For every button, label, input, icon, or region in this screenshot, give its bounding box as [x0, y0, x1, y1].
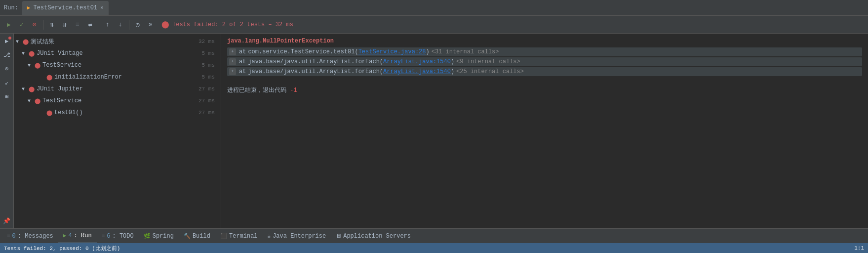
item-time-0: 32 ms — [198, 39, 217, 44]
bottom-tab-spring[interactable]: 🌿 Spring — [139, 229, 179, 244]
item-label-1: JUnit Vintage — [37, 50, 202, 57]
run-num: 4 — [68, 232, 72, 239]
error-icon-1: ⬤ — [29, 50, 35, 57]
internal-calls-2: <25 internal calls> — [456, 68, 524, 75]
sep3 — [129, 20, 129, 30]
tree-row-4[interactable]: ▼ ⬤ JUnit Jupiter 27 ms — [14, 83, 221, 95]
tree-row-5[interactable]: ▼ ⬤ TestService 27 ms — [14, 95, 221, 107]
sep2 — [99, 20, 99, 30]
internal-calls-0: <31 internal calls> — [432, 48, 499, 55]
side-play-icon[interactable]: ▶ — [1, 36, 12, 46]
item-label-4: JUnit Jupiter — [37, 85, 198, 92]
side-layout-icon[interactable]: ⊞ — [1, 91, 12, 102]
play-button[interactable]: ▶ — [3, 19, 15, 31]
bottom-tab-java-enterprise[interactable]: ☕ Java Enterprise — [263, 229, 331, 244]
bottom-tab-terminal[interactable]: ⬛ Terminal — [215, 229, 263, 244]
at-text-0: at — [239, 48, 246, 55]
stop-button[interactable]: ⊘ — [29, 19, 40, 31]
main-area: ▶ ⎇ ⊙ ↙ ⊞ 📌 ▼ ⬤ 测试结果 32 ms ▼ ⬤ JUnit Vin… — [0, 34, 868, 228]
messages-label: : Messages — [18, 233, 53, 240]
status-message: Tests failed: 2, passed: 0 (比划之前) — [4, 245, 120, 252]
arrow-4: ▼ — [22, 86, 28, 92]
item-label-3: initializationError — [54, 74, 202, 81]
more-button[interactable]: » — [145, 19, 157, 31]
sort1-button[interactable]: ⇅ — [46, 19, 58, 31]
bottom-tab-todo[interactable]: ≡ 6 : TODO — [97, 229, 139, 244]
sort2-button[interactable]: ⇵ — [59, 19, 71, 31]
down-button[interactable]: ↓ — [115, 19, 126, 31]
expand-btn-0[interactable]: + — [229, 48, 236, 55]
sort4-button[interactable]: ⇌ — [84, 19, 96, 31]
after-link-0: ) — [426, 48, 429, 55]
messages-num: 0 — [12, 233, 16, 240]
app-servers-label: Application Servers — [343, 233, 411, 240]
item-time-5: 27 ms — [198, 98, 217, 104]
messages-icon: ≡ — [7, 233, 10, 239]
link-text-0[interactable]: TestService.java:28 — [358, 48, 426, 55]
build-icon: 🔨 — [184, 233, 191, 239]
internal-calls-1: <9 internal calls> — [456, 58, 520, 65]
arrow-0: ▼ — [16, 39, 22, 44]
bottom-bar: ≡ 0 : Messages ▶ 4 : Run ≡ 6 : TODO 🌿 Sp… — [0, 228, 868, 243]
tree-row-1[interactable]: ▼ ⬤ JUnit Vintage 5 ms — [14, 47, 221, 59]
bottom-tab-messages[interactable]: ≡ 0 : Messages — [2, 229, 58, 244]
terminal-label: Terminal — [229, 233, 258, 240]
expand-btn-1[interactable]: + — [229, 58, 236, 65]
tree-row-6[interactable]: ⬤ test01() 27 ms — [14, 107, 221, 119]
run-label: Run: — [4, 4, 18, 11]
side-pin-icon[interactable]: 📌 — [1, 215, 12, 226]
process-exit-text: 进程已结束，退出代码 — [227, 87, 290, 94]
item-time-1: 5 ms — [202, 50, 217, 56]
check-button[interactable]: ✓ — [16, 19, 28, 31]
link-text-2[interactable]: ArrayList.java:1540 — [383, 68, 451, 75]
app-servers-icon: 🖥 — [336, 233, 341, 239]
arrow-2: ▼ — [28, 63, 34, 68]
item-time-3: 5 ms — [202, 74, 217, 80]
clock-button[interactable]: ◷ — [132, 19, 144, 31]
test-status-text: Tests failed: 2 of 2 tests – 32 ms — [172, 21, 293, 28]
bottom-tab-build[interactable]: 🔨 Build — [179, 229, 215, 244]
tab-label: TestService.test01 — [33, 4, 97, 11]
item-time-4: 27 ms — [198, 86, 217, 92]
error-icon-3: ⬤ — [46, 74, 52, 81]
process-exit: 进程已结束，退出代码 -1 — [227, 86, 862, 94]
tab-orange-icon: ▶ — [27, 4, 31, 11]
toolbar: ▶ ✓ ⊘ ⇅ ⇵ ≡ ⇌ ↑ ↓ ◷ » ⬤ Tests failed: 2 … — [0, 16, 868, 34]
bottom-tab-app-servers[interactable]: 🖥 Application Servers — [331, 229, 416, 244]
tree-row-0[interactable]: ▼ ⬤ 测试结果 32 ms — [14, 36, 221, 47]
run-tab[interactable]: ▶ TestService.test01 × — [22, 1, 109, 15]
after-link-2: ) — [451, 68, 454, 75]
item-time-6: 27 ms — [198, 110, 217, 116]
up-button[interactable]: ↑ — [102, 19, 114, 31]
side-icons-panel: ▶ ⎇ ⊙ ↙ ⊞ 📌 — [0, 34, 14, 228]
test-status: ⬤ Tests failed: 2 of 2 tests – 32 ms — [161, 20, 293, 29]
todo-num: 6 — [107, 233, 110, 240]
error-status-icon: ⬤ — [161, 20, 169, 29]
todo-icon: ≡ — [102, 233, 105, 239]
test-tree-panel: ▼ ⬤ 测试结果 32 ms ▼ ⬤ JUnit Vintage 5 ms ▼ … — [14, 34, 221, 228]
item-label-6: test01() — [54, 109, 198, 116]
sort3-button[interactable]: ≡ — [72, 19, 83, 31]
terminal-icon: ⬛ — [220, 233, 227, 239]
link-text-1[interactable]: ArrayList.java:1540 — [383, 58, 451, 65]
side-import-icon[interactable]: ↙ — [1, 77, 12, 88]
tree-row-2[interactable]: ▼ ⬤ TestService 5 ms — [14, 59, 221, 71]
java-enterprise-label: Java Enterprise — [273, 233, 326, 240]
tab-close-icon[interactable]: × — [100, 5, 104, 11]
status-position: 1:1 — [854, 245, 864, 251]
spring-icon: 🌿 — [144, 233, 151, 239]
item-label-0: 测试结果 — [31, 38, 198, 46]
error-icon-5: ⬤ — [35, 98, 40, 104]
side-git-icon[interactable]: ⎇ — [1, 49, 12, 60]
stack-frame-2: + at java.base/java.util.ArrayList.forEa… — [227, 67, 862, 76]
side-camera-icon[interactable]: ⊙ — [1, 63, 12, 74]
expand-btn-2[interactable]: + — [229, 68, 236, 75]
method-text-1: java.base/java.util.ArrayList.forEach( — [248, 58, 383, 65]
todo-label: : TODO — [112, 233, 133, 240]
tree-row-3[interactable]: ⬤ initializationError 5 ms — [14, 71, 221, 83]
bottom-tab-run[interactable]: ▶ 4 : Run — [58, 229, 97, 244]
at-text-1: at — [239, 58, 246, 65]
stack-frame-1: + at java.base/java.util.ArrayList.forEa… — [227, 57, 862, 66]
exception-class: java.lang.NullPointerException — [227, 38, 862, 44]
exit-code: -1 — [290, 87, 297, 94]
